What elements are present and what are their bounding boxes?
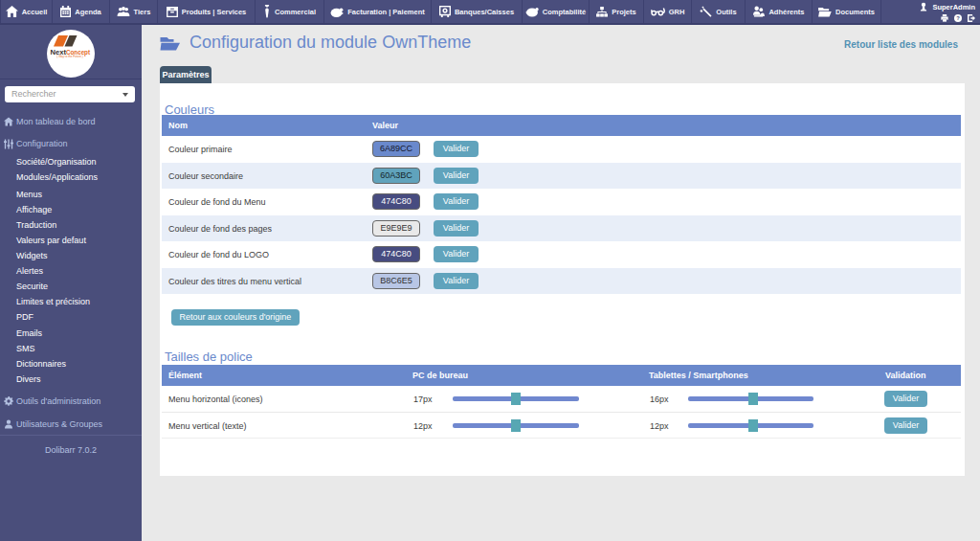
svg-text:( Way to the Future ): ( Way to the Future ) [56,55,82,58]
svg-text:?: ? [956,15,960,21]
